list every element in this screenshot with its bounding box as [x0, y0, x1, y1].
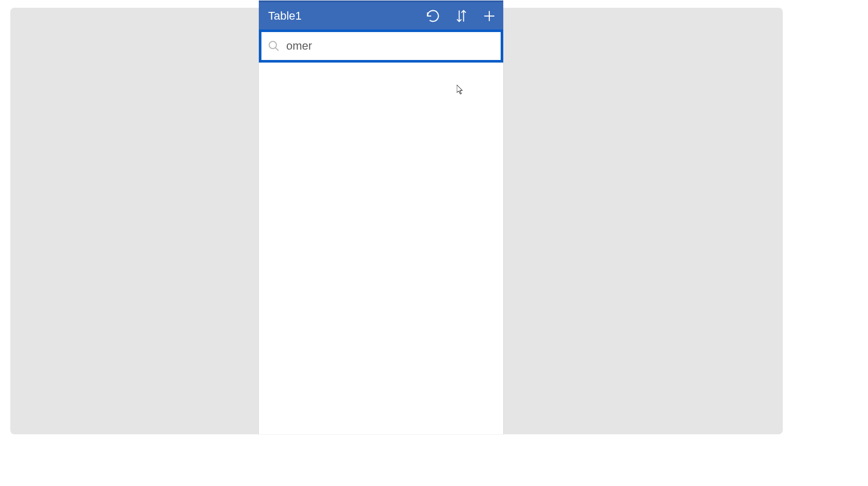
svg-point-4 [269, 41, 276, 49]
header-actions [426, 8, 496, 24]
header-title: Table1 [268, 9, 302, 23]
sort-button[interactable] [455, 8, 468, 24]
search-input[interactable] [286, 39, 495, 53]
refresh-button[interactable] [426, 9, 440, 23]
search-icon-container [268, 40, 280, 52]
page-background: Table1 [10, 8, 783, 434]
add-button[interactable] [483, 9, 496, 23]
app-panel: Table1 [259, 1, 503, 434]
header-bar: Table1 [259, 1, 503, 29]
sort-icon [455, 8, 468, 24]
refresh-icon [426, 9, 440, 23]
search-icon [268, 40, 280, 52]
plus-icon [483, 9, 496, 23]
svg-line-5 [275, 48, 278, 51]
search-bar [259, 29, 503, 63]
